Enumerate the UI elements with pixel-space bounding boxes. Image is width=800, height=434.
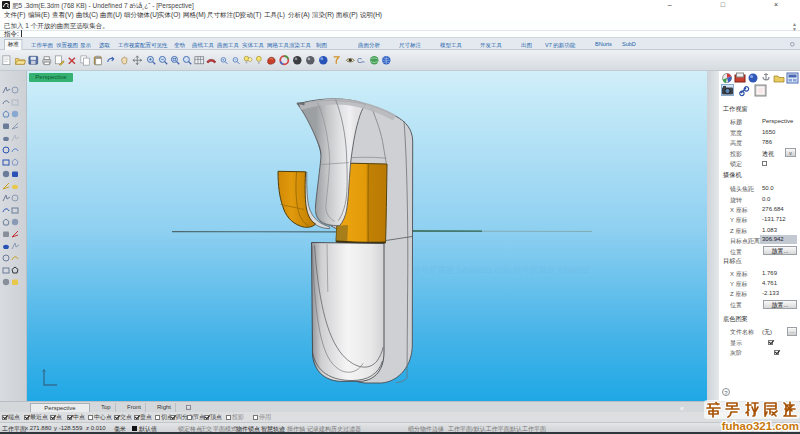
svg-text:Cn: Cn [357, 57, 365, 64]
svg-text:符号扩展迷 fuhao321.com 符号扩展迷 fuhao: 符号扩展迷 fuhao321.com 符号扩展迷 fuhao32 [412, 265, 589, 275]
svg-text:fuhao321.com: fuhao321.com [722, 420, 799, 432]
